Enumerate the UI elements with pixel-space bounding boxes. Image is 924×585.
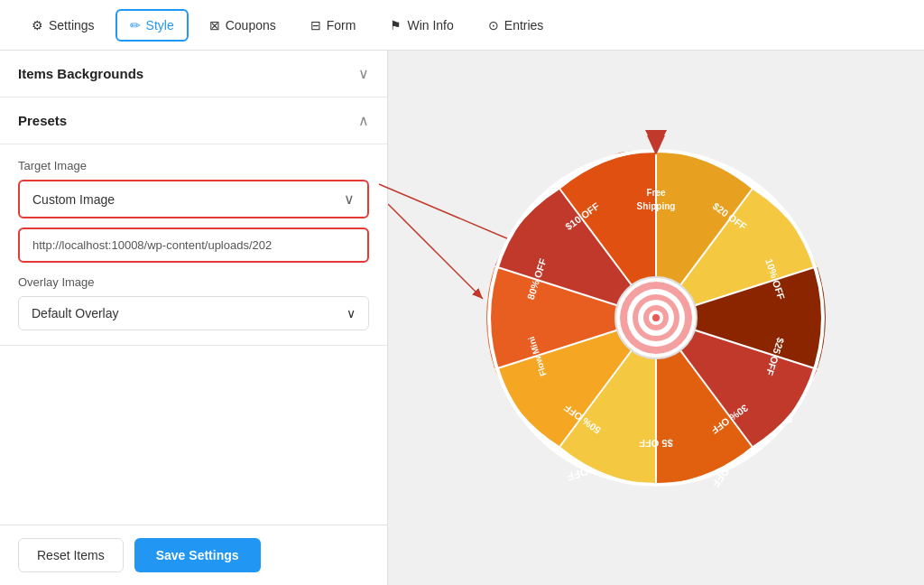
main-layout: Items Backgrounds ∨ Presets ∧ Target Ima…: [0, 51, 924, 585]
overlay-image-dropdown[interactable]: Default Overlay ∨: [18, 296, 369, 330]
svg-point-40: [652, 314, 660, 321]
items-backgrounds-section-header[interactable]: Items Backgrounds ∨: [0, 51, 387, 98]
overlay-dropdown-arrow-icon: ∨: [346, 306, 356, 320]
items-backgrounds-title: Items Backgrounds: [18, 66, 143, 81]
presets-section-header[interactable]: Presets ∧: [0, 98, 387, 144]
right-panel: 80% OFF $10 OFF Free Shipping $20 OFF 10…: [388, 51, 924, 585]
overlay-image-label: Overlay Image: [18, 275, 369, 289]
presets-content: Target Image Custom Image ∨ Overlay Imag…: [0, 144, 387, 346]
nav-style[interactable]: ✏ Style: [116, 9, 189, 42]
presets-title: Presets: [18, 113, 67, 128]
settings-icon: ⚙: [32, 18, 43, 32]
target-image-url-input[interactable]: [18, 228, 369, 263]
style-icon: ✏: [130, 18, 141, 32]
svg-text:$5 OFF: $5 OFF: [639, 438, 673, 449]
target-image-label: Target Image: [18, 159, 369, 172]
coupons-icon: ⊠: [209, 18, 220, 32]
nav-coupons[interactable]: ⊠ Coupons: [196, 10, 290, 41]
svg-text:Free: Free: [646, 188, 666, 198]
svg-text:Shipping: Shipping: [637, 201, 676, 211]
form-icon: ⊟: [310, 18, 321, 32]
overlay-image-value: Default Overlay: [32, 306, 118, 320]
entries-icon: ⊙: [488, 18, 499, 32]
win-info-icon: ⚑: [390, 18, 402, 32]
target-image-value: Custom Image: [32, 192, 115, 207]
nav-settings[interactable]: ⚙ Settings: [18, 10, 108, 41]
left-panel: Items Backgrounds ∨ Presets ∧ Target Ima…: [0, 51, 388, 585]
top-navigation: ⚙ Settings ✏ Style ⊠ Coupons ⊟ Form ⚑ Wi…: [0, 0, 924, 51]
wheel-pointer-top: [647, 135, 665, 155]
svg-line-42: [388, 204, 483, 299]
dropdown-arrow-icon: ∨: [344, 190, 355, 208]
prize-wheel-main[interactable]: 80% OFF $10 OFF Free Shipping $20 OFF 10…: [485, 146, 827, 489]
save-settings-button[interactable]: Save Settings: [134, 538, 261, 572]
target-image-dropdown[interactable]: Custom Image ∨: [18, 180, 369, 218]
presets-chevron: ∧: [358, 112, 369, 129]
nav-entries[interactable]: ⊙ Entries: [475, 10, 558, 41]
items-backgrounds-chevron: ∨: [358, 65, 369, 82]
bottom-bar: Reset Items Save Settings: [0, 525, 387, 585]
wheel-container: 80% OFF $10 OFF Free Shipping $20 OFF 10…: [485, 146, 827, 489]
nav-win-info[interactable]: ⚑ Win Info: [376, 10, 467, 41]
reset-items-button[interactable]: Reset Items: [18, 538, 124, 572]
nav-form[interactable]: ⊟ Form: [297, 10, 370, 41]
